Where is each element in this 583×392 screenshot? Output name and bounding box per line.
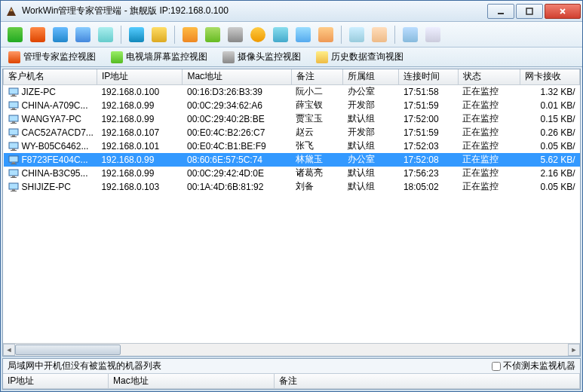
table-row[interactable]: CHINA-B3C95...192.168.0.9900:0C:29:42:4D… — [4, 167, 580, 180]
col-hostname[interactable]: 客户机名 — [4, 69, 97, 84]
minimize-button[interactable] — [487, 4, 514, 19]
toolbar-btn-11[interactable] — [248, 25, 268, 44]
table-row[interactable]: JIZE-PC192.168.0.10000:16:D3:26:B3:39阮小二… — [4, 84, 580, 99]
no-detect-label[interactable]: 不侦测未监视机器 — [492, 360, 575, 372]
pc-icon — [8, 182, 19, 191]
toolbar-btn-15[interactable] — [347, 25, 367, 44]
toolbar-btn-13[interactable] — [293, 25, 313, 44]
col-status[interactable]: 状态 — [458, 69, 520, 84]
client-table-wrap[interactable]: 客户机名 IP地址 Mac地址 备注 所属组 连接时间 状态 网卡接收 JIZE… — [3, 69, 580, 343]
cell-status: 正在监控 — [458, 180, 520, 194]
toolbar-btn-5[interactable] — [96, 25, 115, 44]
toolbar-btn-16[interactable] — [370, 25, 389, 44]
toolbar-btn-14[interactable] — [316, 25, 336, 44]
toolbar-btn-6[interactable] — [127, 25, 146, 44]
table-row[interactable]: WANGYA7-PC192.168.0.9900:0C:29:40:2B:BE贾… — [4, 112, 580, 126]
col-netrecv[interactable]: 网卡接收 — [520, 69, 580, 84]
table-header-row: 客户机名 IP地址 Mac地址 备注 所属组 连接时间 状态 网卡接收 — [4, 69, 580, 84]
cell-mac: 00:0C:29:40:2B:BE — [183, 112, 292, 126]
svg-rect-12 — [12, 135, 15, 136]
svg-rect-7 — [11, 109, 17, 110]
table-row[interactable]: CAC52A7ACD7...192.168.0.10700:E0:4C:B2:2… — [4, 126, 580, 139]
col-remark[interactable]: 备注 — [291, 69, 342, 84]
svg-rect-21 — [12, 176, 15, 177]
svg-rect-15 — [12, 149, 15, 150]
cell-mac: 00:E0:4C:B1:BE:F9 — [183, 139, 292, 153]
cell-time: 17:51:58 — [399, 84, 458, 99]
table-row[interactable]: CHINA-A709C...192.168.0.9900:0C:29:34:62… — [4, 99, 580, 112]
maximize-button[interactable] — [516, 4, 543, 19]
no-detect-checkbox[interactable] — [492, 362, 501, 371]
content-area: 客户机名 IP地址 Mac地址 备注 所属组 连接时间 状态 网卡接收 JIZE… — [2, 69, 581, 357]
close-button[interactable] — [545, 4, 581, 19]
col-group[interactable]: 所属组 — [343, 69, 399, 84]
table-body: JIZE-PC192.168.0.10000:16:D3:26:B3:39阮小二… — [4, 84, 580, 194]
scroll-right-arrow[interactable]: ► — [568, 344, 580, 356]
cell-net: 0.15 KB/ — [520, 112, 580, 126]
scroll-left-arrow[interactable]: ◄ — [3, 344, 15, 356]
main-window: WorkWin管理专家管理端 - 旗舰版 IP:192.168.0.100 管理… — [0, 0, 583, 392]
pc-icon — [8, 128, 19, 137]
unmonitored-panel: 局域网中开机但没有被监视的机器列表 不侦测未监视机器 IP地址 Mac地址 备注 — [2, 358, 581, 390]
camera-icon — [222, 51, 235, 63]
cell-net: 0.26 KB/ — [520, 126, 580, 139]
cell-mac: 00:0C:29:34:62:A6 — [183, 99, 292, 112]
svg-rect-23 — [9, 183, 18, 189]
cell-mac: 00:16:D3:26:B3:39 — [183, 84, 292, 99]
cell-remark: 薛宝钗 — [291, 99, 342, 112]
cell-status: 正在监控 — [458, 126, 520, 139]
toolbar-btn-17[interactable] — [400, 25, 420, 44]
scroll-thumb[interactable] — [15, 345, 121, 355]
pc-icon — [8, 155, 19, 164]
cell-remark: 刘备 — [291, 180, 342, 194]
cell-status: 正在监控 — [458, 153, 520, 167]
cell-ip: 192.168.0.99 — [97, 112, 183, 126]
monitor-icon — [8, 51, 20, 63]
toolbar-btn-7[interactable] — [149, 25, 169, 44]
svg-rect-22 — [11, 177, 17, 178]
cell-time: 17:52:08 — [399, 153, 458, 167]
col-conntime[interactable]: 连接时间 — [399, 69, 458, 84]
toolbar-btn-18[interactable] — [423, 25, 443, 44]
toolbar-separator — [394, 26, 395, 44]
svg-rect-18 — [12, 162, 15, 164]
toolbar-btn-1[interactable] — [5, 25, 25, 44]
tab-camera-view[interactable]: 摄像头监控视图 — [219, 49, 304, 66]
cell-group: 办公室 — [343, 153, 399, 167]
client-table: 客户机名 IP地址 Mac地址 备注 所属组 连接时间 状态 网卡接收 JIZE… — [3, 69, 580, 194]
toolbar-btn-12[interactable] — [271, 25, 290, 44]
toolbar-btn-4[interactable] — [73, 25, 93, 44]
pc-icon — [8, 101, 19, 110]
bcol-mac[interactable]: Mac地址 — [109, 374, 275, 389]
cell-mac: 00:E0:4C:B2:26:C7 — [183, 126, 292, 139]
svg-rect-20 — [9, 170, 18, 176]
toolbar-btn-8[interactable] — [180, 25, 200, 44]
svg-rect-1 — [526, 8, 532, 14]
table-row[interactable]: WY-B05C6462...192.168.0.10100:E0:4C:B1:B… — [4, 139, 580, 153]
horizontal-scrollbar[interactable]: ◄ ► — [3, 343, 580, 356]
toolbar-btn-2[interactable] — [28, 25, 48, 44]
cell-time: 17:52:00 — [399, 112, 458, 126]
cell-mac: 00:1A:4D:6B:81:92 — [183, 180, 292, 194]
cell-mac: 00:0C:29:42:4D:0E — [183, 167, 292, 180]
cell-net: 0.05 KB/ — [520, 180, 580, 194]
col-ip[interactable]: IP地址 — [97, 69, 183, 84]
cell-group: 开发部 — [343, 99, 399, 112]
cell-remark: 诸葛亮 — [291, 167, 342, 180]
col-mac[interactable]: Mac地址 — [183, 69, 292, 84]
toolbar-separator — [341, 26, 342, 44]
bcol-ip[interactable]: IP地址 — [3, 374, 109, 389]
svg-rect-3 — [12, 94, 15, 96]
table-row[interactable]: SHIJIZE-PC192.168.0.10300:1A:4D:6B:81:92… — [4, 180, 580, 194]
unmonitored-columns: IP地址 Mac地址 备注 — [3, 374, 580, 389]
table-row[interactable]: F8723FE404C...192.168.0.9908:60:6E:57:5C… — [4, 153, 580, 167]
cell-remark: 贾宝玉 — [291, 112, 342, 126]
tab-monitor-view[interactable]: 管理专家监控视图 — [5, 49, 99, 66]
toolbar-btn-9[interactable] — [203, 25, 222, 44]
toolbar-btn-10[interactable] — [226, 25, 245, 44]
toolbar-btn-3[interactable] — [51, 25, 70, 44]
bcol-remark[interactable]: 备注 — [275, 374, 580, 389]
tab-tvwall-view[interactable]: 电视墙屏幕监控视图 — [108, 49, 210, 66]
tab-history-view[interactable]: 历史数据查询视图 — [313, 49, 407, 66]
svg-rect-0 — [498, 13, 504, 14]
